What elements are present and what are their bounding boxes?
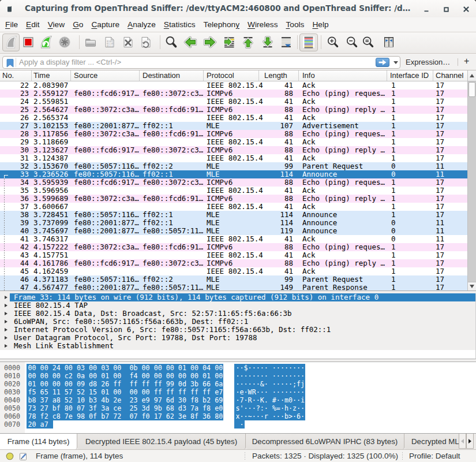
menu-item[interactable]: Wireless [243,17,282,32]
expert-info-icon[interactable] [6,452,14,460]
titlebar[interactable]: Capturing from OpenThread Sniffer: /dev/… [0,0,476,17]
packet-row[interactable]: 343.595939fe80::fcd6:917…fe80::3072:c3…I… [0,178,467,187]
toolbar-go-first-button[interactable] [241,35,255,49]
packet-row[interactable]: 222.083907IEEE 802.15.441Ack117 [0,81,467,90]
column-header-length[interactable]: Length [264,70,287,81]
apply-filter-button[interactable] [376,58,389,67]
scrollbar-thumb[interactable] [468,82,475,97]
packet-row[interactable]: 373.600667IEEE 802.15.441Ack117 [0,203,467,211]
hex-ascii[interactable]: · [234,420,245,429]
column-separator[interactable] [203,70,204,81]
close-button[interactable] [462,6,470,13]
packet-row[interactable]: 242.559851IEEE 802.15.441Ack117 [0,98,467,106]
toolbar-go-last-button[interactable] [261,35,275,49]
toolbar-resize-columns-button[interactable] [382,35,396,49]
column-separator[interactable] [70,70,71,81]
packet-row[interactable]: 283.117856fe80::3072:c3a…fe80::fcd6:91…I… [0,130,467,138]
menu-item[interactable]: Statistics [160,17,200,32]
expand-arrow-icon[interactable] [5,296,8,299]
column-separator[interactable] [433,70,433,81]
toolbar-open-file-button[interactable] [84,35,98,49]
toolbar-find-packet-button[interactable] [164,35,178,49]
byte-view-tab[interactable]: Decompressed 6LoWPAN IPHC (83 bytes) [246,434,404,449]
tab-scroll-right-button[interactable] [466,434,474,449]
menu-item[interactable]: File [1,17,22,32]
tab-scroll-left-button[interactable] [459,434,466,449]
packet-row[interactable]: 464.371183fe80::5057:116…ff02::2MLE99Par… [0,275,467,284]
hex-row[interactable]: 0040b8 37 a8 52 10 b3 4b 2e 23 e9 97 6d … [0,396,476,404]
detail-row[interactable]: IEEE 802.15.4 TAP [0,301,475,310]
menu-item[interactable]: Tools [282,17,309,32]
menu-item[interactable]: Analyze [123,17,160,32]
menu-item[interactable]: Capture [87,17,123,32]
hex-ascii[interactable]: x··~···r ···b>·6· [234,412,305,420]
toolbar-close-file-button[interactable] [121,35,135,49]
toolbar-capture-options-button[interactable] [58,35,72,49]
toolbar-zoom-reset-button[interactable] [361,35,375,49]
filter-dropdown-caret[interactable] [393,61,398,64]
column-separator[interactable] [298,70,299,81]
hex-ascii[interactable]: s'···?:· %=·h·z·· [234,404,305,412]
column-header-source[interactable]: Source [74,70,98,81]
packet-row[interactable]: 393.737099fe80::2001:877…ff02::1MLE114An… [0,219,467,227]
menu-item[interactable]: Help [308,17,332,32]
detail-row[interactable]: Mesh Link Establishment [0,342,475,350]
packet-row[interactable]: 413.746317IEEE 802.15.441Ack011 [0,235,467,243]
toolbar-go-forward-button[interactable] [203,35,217,49]
packet-row[interactable]: 313.124387IEEE 802.15.441Ack117 [0,154,467,162]
scrollbar-down-button[interactable] [468,282,476,290]
hex-bytes[interactable]: 78 f2 c8 7e 98 0f b7 72 07 f0 17 62 3e 8… [27,412,223,420]
expression-button[interactable]: Expression… [406,58,450,66]
packet-row[interactable]: 434.157751IEEE 802.15.441Ack117 [0,251,467,259]
minimize-button[interactable] [422,6,430,13]
packet-row[interactable]: 262.565374IEEE 802.15.441Ack117 [0,114,467,122]
hex-row[interactable]: 002001 00 00 00 09 d8 26 ff ff ff ff 99 … [0,380,476,388]
hex-row[interactable]: 005073 27 bf 80 07 3f 3a ce 25 3d 9b 68 … [0,404,476,412]
capture-comment-icon[interactable] [19,452,28,461]
toolbar-zoom-out-button[interactable] [345,35,359,49]
byte-view-tab[interactable]: Frame (114 bytes) [0,434,77,449]
hex-ascii[interactable]: ······&· ·····;fj [234,380,305,388]
detail-row[interactable]: Frame 33: 114 bytes on wire (912 bits), … [0,293,475,301]
hex-bytes[interactable]: 00 00 00 c2 0a 00 01 00 f4 00 00 00 00 0… [27,372,223,380]
hex-row[interactable]: 006078 f2 c8 7e 98 0f b7 72 07 f0 17 62 … [0,412,476,420]
packet-row[interactable]: 293.118669IEEE 802.15.441Ack117 [0,138,467,146]
column-separator[interactable] [31,70,32,81]
hex-row[interactable]: 007020 a7 · [0,420,476,429]
column-header-protocol[interactable]: Protocol [207,70,234,81]
column-separator[interactable] [387,70,387,81]
menu-item[interactable]: Telephony [200,17,243,32]
packet-row[interactable]: 252.564627fe80::3072:c3a…fe80::fcd6:91…I… [0,106,467,114]
display-filter-input[interactable]: Apply a display filter ... <Ctrl-/> [2,56,400,69]
hex-bytes[interactable]: 01 00 00 00 09 d8 26 ff ff ff ff 99 0d 3… [27,380,223,388]
column-header-no[interactable]: No. [2,70,14,81]
expand-arrow-icon[interactable] [5,320,8,323]
toolbar-reload-file-button[interactable]: 101 11 [139,35,153,49]
expert-info-button[interactable] [6,452,14,460]
packet-row[interactable]: 303.123627fe80::fcd6:917…fe80::3072:c3…I… [0,146,467,154]
column-header-destination[interactable]: Destination [143,70,180,81]
toolbar-go-to-packet-button[interactable] [222,35,236,49]
menu-item[interactable]: Go [69,17,87,32]
hex-row[interactable]: 0030f5 65 11 57 52 15 01 00 00 00 ff ff … [0,388,476,396]
hex-ascii[interactable]: ········ ········ [234,372,305,380]
expand-arrow-icon[interactable] [5,344,8,348]
hex-bytes[interactable]: 00 00 24 00 03 00 03 00 0b 00 00 00 01 0… [27,364,223,372]
hex-bytes[interactable]: 73 27 bf 80 07 3f 3a ce 25 3d 9b 68 d3 7… [27,404,223,412]
toolbar-zoom-in-button[interactable] [326,35,340,49]
expand-arrow-icon[interactable] [5,312,8,315]
menu-item[interactable]: Edit [22,17,44,32]
packet-row[interactable]: 363.599689fe80::3072:c3a…fe80::fcd6:91…I… [0,195,467,203]
bookmark-icon[interactable] [6,58,15,68]
packet-row[interactable]: 323.153670fe80::5057:116…ff02::2MLE99Par… [0,162,467,170]
packet-row[interactable]: 383.728451fe80::5057:116…ff02::1MLE114An… [0,211,467,219]
hex-row[interactable]: 000000 00 24 00 03 00 03 00 0b 00 00 00 … [0,364,476,372]
toolbar-auto-scroll-button[interactable] [279,35,293,49]
column-header-time[interactable]: Time [33,70,50,81]
packet-row[interactable]: 232.559127fe80::fcd6:917…fe80::3072:c3…I… [0,90,467,98]
column-separator[interactable] [258,70,259,81]
add-filter-button[interactable]: + [464,56,469,66]
byte-view-tab[interactable]: Decrypted ML [404,434,460,449]
hex-bytes[interactable]: b8 37 a8 52 10 b3 4b 2e 23 e9 97 6d 30 f… [27,396,223,404]
column-header-interface-id[interactable]: Interface ID [390,70,429,81]
